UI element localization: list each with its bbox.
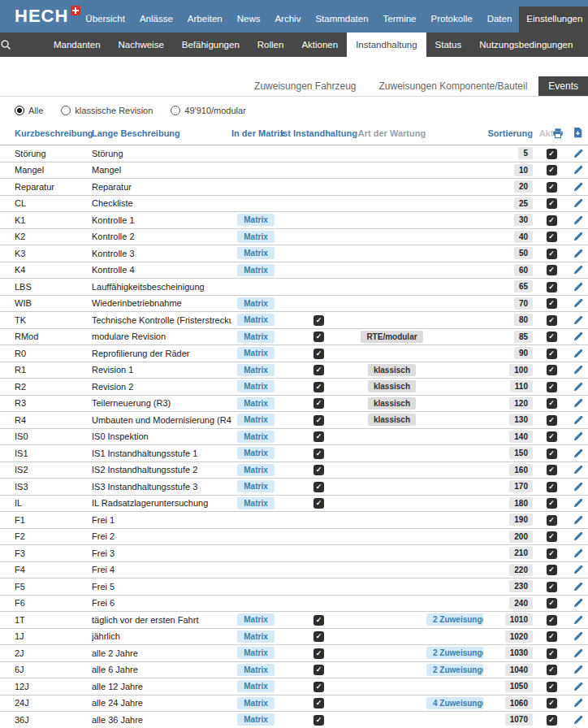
ist-instandhaltung-checkbox[interactable] (313, 315, 324, 326)
active-checkbox[interactable] (547, 249, 557, 259)
ist-instandhaltung-checkbox[interactable] (313, 415, 324, 426)
subnav-item-mandanten[interactable]: Mandanten (45, 32, 110, 57)
active-checkbox[interactable] (547, 665, 557, 675)
active-checkbox[interactable] (547, 315, 557, 326)
view-tab-events[interactable]: Events (538, 76, 588, 96)
edit-icon[interactable] (573, 182, 583, 193)
matrix-badge[interactable]: Matrix (237, 664, 274, 676)
edit-icon[interactable] (573, 382, 583, 392)
active-checkbox[interactable] (547, 182, 557, 193)
edit-icon[interactable] (573, 715, 583, 726)
ist-instandhaltung-checkbox[interactable] (313, 349, 324, 359)
subnav-item-nutzungsbedingungen[interactable]: Nutzungsbedingungen (470, 32, 582, 57)
edit-icon[interactable] (573, 249, 583, 259)
matrix-badge[interactable]: Matrix (237, 680, 274, 692)
topnav-item-übersicht[interactable]: Übersicht (78, 6, 132, 32)
active-checkbox[interactable] (547, 265, 557, 275)
active-checkbox[interactable] (547, 648, 557, 659)
topnav-item-protokolle[interactable]: Protokolle (424, 6, 480, 32)
ist-instandhaltung-checkbox[interactable] (313, 398, 324, 409)
topnav-item-stammdaten[interactable]: Stammdaten (308, 6, 375, 32)
active-checkbox[interactable] (547, 631, 557, 642)
active-checkbox[interactable] (547, 298, 557, 309)
topnav-item-archiv[interactable]: Archiv (267, 6, 308, 32)
subnav-item-aktionen[interactable]: Aktionen (292, 32, 347, 57)
edit-icon[interactable] (573, 431, 583, 442)
edit-icon[interactable] (573, 565, 583, 575)
edit-icon[interactable] (573, 615, 583, 626)
ist-instandhaltung-checkbox[interactable] (313, 482, 324, 492)
edit-icon[interactable] (573, 682, 583, 692)
matrix-badge[interactable]: Matrix (237, 497, 274, 509)
edit-icon[interactable] (573, 548, 583, 559)
header-ist-instandhaltung[interactable]: Ist Instandhaltung (280, 124, 357, 145)
ist-instandhaltung-checkbox[interactable] (313, 465, 324, 475)
topnav-item-einstellungen[interactable]: Einstellungen (519, 6, 588, 32)
edit-icon[interactable] (573, 448, 583, 459)
active-checkbox[interactable] (547, 465, 557, 475)
header-sortierung[interactable]: Sortierung (483, 124, 536, 145)
matrix-badge[interactable]: Matrix (237, 414, 274, 426)
active-checkbox[interactable] (547, 365, 557, 375)
zuweisungen-link[interactable]: 2 Zuweisungen (426, 664, 483, 676)
edit-icon[interactable] (573, 698, 583, 708)
active-checkbox[interactable] (547, 548, 557, 559)
matrix-badge[interactable]: Matrix (237, 447, 274, 459)
radio-circle-icon[interactable] (15, 106, 24, 115)
matrix-badge[interactable]: Matrix (237, 347, 274, 359)
subnav-item-nachweise[interactable]: Nachweise (110, 32, 173, 57)
ist-instandhaltung-checkbox[interactable] (313, 382, 324, 392)
edit-icon[interactable] (573, 648, 583, 659)
topnav-item-daten[interactable]: Daten (480, 6, 520, 32)
matrix-badge[interactable]: Matrix (237, 697, 274, 709)
view-tab-zuweisungen-fahrzeug[interactable]: Zuweisungen Fahrzeug (243, 76, 367, 96)
matrix-badge[interactable]: Matrix (237, 480, 274, 492)
active-checkbox[interactable] (547, 682, 557, 692)
radio-klassische-revision[interactable]: klassische Revision (61, 106, 153, 115)
ist-instandhaltung-checkbox[interactable] (313, 615, 324, 626)
edit-icon[interactable] (573, 298, 583, 309)
matrix-badge[interactable]: Matrix (237, 464, 274, 476)
active-checkbox[interactable] (547, 332, 557, 342)
active-checkbox[interactable] (547, 482, 557, 492)
active-checkbox[interactable] (547, 615, 557, 626)
ist-instandhaltung-checkbox[interactable] (313, 448, 324, 459)
active-checkbox[interactable] (547, 398, 557, 409)
edit-icon[interactable] (573, 598, 583, 609)
edit-icon[interactable] (573, 198, 583, 209)
subnav-item-rollen[interactable]: Rollen (249, 32, 293, 57)
active-checkbox[interactable] (547, 149, 557, 159)
edit-icon[interactable] (573, 498, 583, 509)
active-checkbox[interactable] (547, 165, 557, 176)
matrix-badge[interactable]: Matrix (237, 431, 274, 443)
view-tab-zuweisungen-komponente-bauteil[interactable]: Zuweisungen Komponente/Bauteil (368, 76, 539, 96)
matrix-badge[interactable]: Matrix (237, 314, 274, 326)
edit-icon[interactable] (573, 149, 583, 159)
edit-icon[interactable] (573, 282, 583, 292)
active-checkbox[interactable] (547, 415, 557, 426)
ist-instandhaltung-checkbox[interactable] (313, 648, 324, 659)
matrix-badge[interactable]: Matrix (237, 297, 274, 310)
matrix-badge[interactable]: Matrix (237, 713, 274, 726)
search-button[interactable] (0, 32, 12, 57)
topnav-item-news[interactable]: News (230, 6, 268, 32)
topnav-item-anlässe[interactable]: Anlässe (132, 6, 180, 32)
radio-circle-icon[interactable] (171, 106, 180, 115)
logo[interactable]: HECH (0, 0, 78, 32)
ist-instandhaltung-checkbox[interactable] (313, 498, 324, 509)
edit-icon[interactable] (573, 631, 583, 642)
matrix-badge[interactable]: Matrix (237, 613, 274, 626)
radio-49-910-modular[interactable]: 49'910/modular (171, 106, 246, 115)
edit-icon[interactable] (573, 332, 583, 342)
active-checkbox[interactable] (547, 598, 557, 609)
subnav-item-status[interactable]: Status (426, 32, 471, 57)
print-icon[interactable] (552, 128, 564, 139)
topnav-item-arbeiten[interactable]: Arbeiten (180, 6, 230, 32)
matrix-badge[interactable]: Matrix (237, 331, 274, 343)
edit-icon[interactable] (573, 582, 583, 592)
matrix-badge[interactable]: Matrix (237, 397, 274, 410)
ist-instandhaltung-checkbox[interactable] (313, 431, 324, 442)
active-checkbox[interactable] (547, 382, 557, 392)
zuweisungen-link[interactable]: 2 Zuweisungen (426, 613, 483, 626)
edit-icon[interactable] (573, 531, 583, 542)
